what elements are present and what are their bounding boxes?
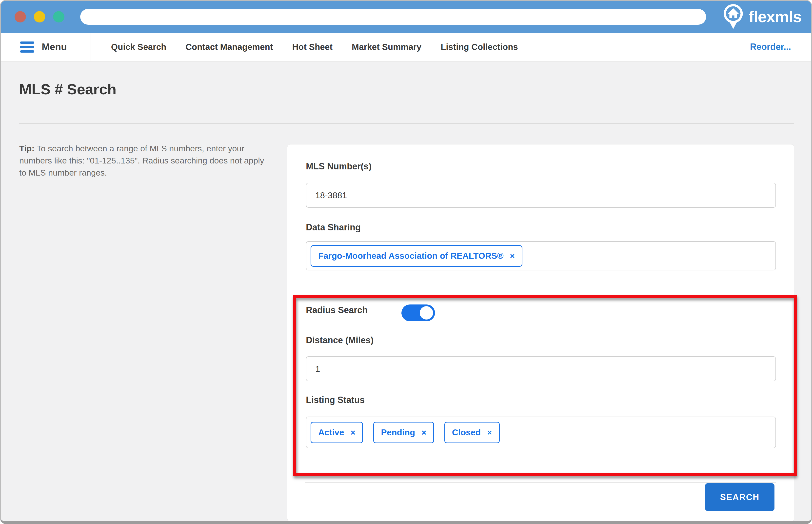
radius-search-toggle[interactable] bbox=[401, 305, 435, 321]
tip-body: To search between a range of MLS numbers… bbox=[19, 144, 264, 177]
browser-top-bar: flexmls bbox=[1, 1, 811, 33]
status-chip-pending: Pending × bbox=[373, 422, 434, 443]
app-nav-bar: Menu Quick Search Contact Management Hot… bbox=[1, 33, 811, 62]
nav-item-listing-collections[interactable]: Listing Collections bbox=[431, 42, 528, 52]
nav-item-quick-search[interactable]: Quick Search bbox=[101, 42, 176, 52]
data-sharing-chip: Fargo-Moorhead Association of REALTORS® … bbox=[311, 245, 523, 267]
distance-miles-input[interactable] bbox=[306, 356, 776, 381]
page-title: MLS # Search bbox=[19, 81, 117, 98]
nav-item-hot-sheet[interactable]: Hot Sheet bbox=[283, 42, 342, 52]
remove-chip-icon[interactable]: × bbox=[351, 428, 355, 437]
toggle-knob bbox=[420, 306, 433, 320]
mls-numbers-label: MLS Number(s) bbox=[306, 161, 371, 171]
menu-button[interactable]: Menu bbox=[1, 33, 91, 61]
logo-wordmark: flexmls bbox=[748, 9, 801, 25]
hamburger-icon bbox=[20, 42, 34, 53]
remove-chip-icon[interactable]: × bbox=[510, 252, 514, 260]
reorder-link[interactable]: Reorder... bbox=[750, 33, 791, 61]
search-form-card: MLS Number(s) Data Sharing Fargo-Moorhea… bbox=[287, 144, 794, 522]
nav-items: Quick Search Contact Management Hot Shee… bbox=[101, 33, 528, 61]
address-bar-input[interactable] bbox=[80, 9, 706, 25]
remove-chip-icon[interactable]: × bbox=[487, 428, 492, 437]
card-divider bbox=[305, 290, 776, 290]
radius-search-label: Radius Search bbox=[306, 305, 368, 315]
listing-status-input[interactable]: Active × Pending × Closed × bbox=[306, 416, 776, 448]
nav-item-market-summary[interactable]: Market Summary bbox=[342, 42, 431, 52]
listing-status-label: Listing Status bbox=[306, 395, 365, 405]
window-close-dot-icon[interactable] bbox=[15, 11, 26, 22]
status-chip-label: Active bbox=[318, 427, 344, 437]
data-sharing-label: Data Sharing bbox=[306, 222, 361, 233]
nav-item-contact-management[interactable]: Contact Management bbox=[176, 42, 283, 52]
flexmls-pin-icon bbox=[722, 3, 745, 30]
mls-numbers-input[interactable] bbox=[306, 183, 776, 208]
title-divider bbox=[19, 123, 794, 124]
remove-chip-icon[interactable]: × bbox=[421, 428, 426, 437]
card-divider bbox=[305, 482, 776, 483]
status-chip-label: Pending bbox=[381, 427, 415, 437]
page-content: MLS # Search Tip: To search between a ra… bbox=[1, 62, 811, 522]
status-chip-active: Active × bbox=[311, 422, 363, 443]
tip-text: Tip: To search between a range of MLS nu… bbox=[19, 143, 266, 179]
menu-label: Menu bbox=[42, 42, 67, 52]
flexmls-logo: flexmls bbox=[722, 3, 801, 30]
status-chip-label: Closed bbox=[452, 427, 481, 437]
data-sharing-chip-label: Fargo-Moorhead Association of REALTORS® bbox=[318, 251, 503, 261]
search-button[interactable]: SEARCH bbox=[705, 483, 775, 511]
status-chip-closed: Closed × bbox=[444, 422, 500, 443]
tip-label: Tip: bbox=[19, 144, 35, 153]
window-zoom-dot-icon[interactable] bbox=[53, 11, 64, 22]
window-minimize-dot-icon[interactable] bbox=[34, 11, 45, 22]
distance-miles-label: Distance (Miles) bbox=[306, 335, 374, 345]
browser-window: flexmls Menu Quick Search Contact Manage… bbox=[0, 0, 812, 524]
data-sharing-input[interactable]: Fargo-Moorhead Association of REALTORS® … bbox=[306, 241, 776, 271]
